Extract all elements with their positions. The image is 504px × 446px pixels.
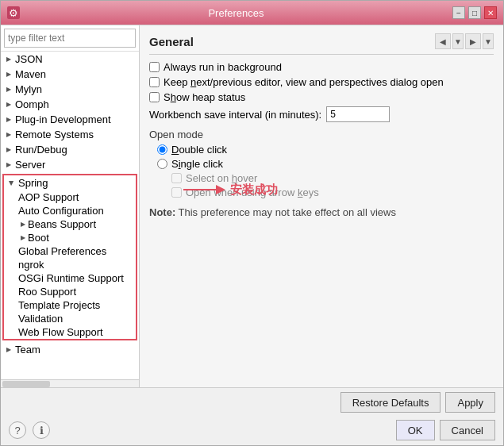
titlebar-buttons: − □ ✕ xyxy=(452,6,497,19)
always-run-row: Always run in background xyxy=(149,61,494,73)
tree-item-oomph[interactable]: ▶ Oomph xyxy=(1,97,139,112)
tree-item-server[interactable]: ▶ Server xyxy=(1,157,139,172)
spring-child-label: ngrok xyxy=(18,259,44,271)
restore-defaults-button[interactable]: Restore Defaults xyxy=(340,392,441,413)
right-header: General ◀ ▼ ▶ ▼ xyxy=(149,33,494,55)
maximize-button[interactable]: □ xyxy=(468,6,481,19)
content-area: ▶ JSON ▶ Maven ▶ Mylyn ▶ Oomph ▶ Plug- xyxy=(1,25,503,387)
spring-child-webflow[interactable]: Web Flow Support xyxy=(15,325,136,339)
bottom-area: Restore Defaults Apply ? ℹ OK Cancel xyxy=(1,387,503,445)
cancel-button[interactable]: Cancel xyxy=(440,420,495,440)
preferences-window: ⚙ Preferences − □ ✕ ▶ JSON ▶ Maven xyxy=(0,0,504,446)
tree-label: Mylyn xyxy=(15,83,42,95)
info-icon[interactable]: ℹ xyxy=(33,421,50,439)
open-mode-label: Open mode xyxy=(149,129,494,140)
spring-child-global[interactable]: Global Preferences xyxy=(15,244,136,258)
spring-child-ngrok[interactable]: ngrok xyxy=(15,258,136,271)
spring-child-label: Beans Support xyxy=(28,218,96,230)
close-button[interactable]: ✕ xyxy=(484,6,497,19)
window-title: Preferences xyxy=(20,7,452,19)
left-panel: ▶ JSON ▶ Maven ▶ Mylyn ▶ Oomph ▶ Plug- xyxy=(1,25,140,387)
tree-item-json[interactable]: ▶ JSON xyxy=(1,52,139,67)
spring-child-autoconfig[interactable]: Auto Configuration xyxy=(15,204,136,217)
tree-label: Remote Systems xyxy=(15,129,94,140)
back-button[interactable]: ◀ xyxy=(435,33,451,49)
spring-child-label: Auto Configuration xyxy=(18,205,104,217)
filter-input[interactable] xyxy=(4,29,136,48)
forward-button[interactable]: ▶ xyxy=(465,33,481,49)
spring-child-label: Boot xyxy=(28,232,49,244)
tree-area: ▶ JSON ▶ Maven ▶ Mylyn ▶ Oomph ▶ Plug- xyxy=(1,52,139,379)
nav-buttons: ◀ ▼ ▶ ▼ xyxy=(435,33,494,49)
footer-row: ? ℹ OK Cancel xyxy=(1,417,503,445)
spring-arrow-icon: ▶ xyxy=(7,179,17,188)
double-click-label: Double click xyxy=(171,144,227,156)
show-heap-label: Show heap status xyxy=(164,91,245,103)
filter-box xyxy=(1,25,139,52)
spring-header[interactable]: ▶ Spring xyxy=(4,175,136,190)
always-run-label: Always run in background xyxy=(164,61,282,73)
back-dropdown[interactable]: ▼ xyxy=(452,33,464,49)
tree-item-remote[interactable]: ▶ Remote Systems xyxy=(1,127,139,142)
ok-button[interactable]: OK xyxy=(396,420,435,440)
footer-icons: ? ℹ xyxy=(9,421,50,439)
note-text: This preference may not take effect on a… xyxy=(179,206,396,218)
right-panel-title: General xyxy=(149,35,194,48)
arrow-icon: ▶ xyxy=(4,115,13,125)
tree-item-rundebug[interactable]: ▶ Run/Debug xyxy=(1,142,139,157)
apply-button[interactable]: Apply xyxy=(445,392,495,413)
annotation-area: 安装成功 xyxy=(179,180,278,199)
arrow-icon: ▶ xyxy=(4,145,13,155)
always-run-checkbox[interactable] xyxy=(149,62,160,72)
spring-child-validation[interactable]: Validation xyxy=(15,312,136,325)
workbench-row: Workbench save interval (in minutes): xyxy=(149,106,494,122)
spring-child-label: Global Preferences xyxy=(18,245,106,257)
arrow-icon: ▶ xyxy=(4,345,13,355)
show-heap-row: Show heap status xyxy=(149,91,494,103)
single-click-radio[interactable] xyxy=(157,159,167,169)
spring-child-beans[interactable]: ▶ Beans Support xyxy=(15,217,136,231)
scroll-thumb xyxy=(2,381,50,387)
annotation-text: 安装成功 xyxy=(230,183,278,198)
tree-item-team[interactable]: ▶ Team xyxy=(1,342,139,357)
spring-child-label: Template Projects xyxy=(18,299,100,311)
spring-child-roo[interactable]: Roo Support xyxy=(15,285,136,298)
arrow-icon: ▶ xyxy=(4,55,13,64)
forward-dropdown[interactable]: ▼ xyxy=(483,33,494,49)
workbench-input[interactable] xyxy=(326,106,390,122)
ok-cancel-buttons: OK Cancel xyxy=(396,420,495,440)
show-heap-checkbox[interactable] xyxy=(149,92,160,102)
arrow-icon: ▶ xyxy=(18,233,28,243)
right-panel: General ◀ ▼ ▶ ▼ Always run in background… xyxy=(140,25,503,387)
spring-child-label: AOP Support xyxy=(18,191,79,203)
tree-item-maven[interactable]: ▶ Maven xyxy=(1,67,139,82)
spring-child-osgi[interactable]: OSGi Runtime Support xyxy=(15,271,136,285)
arrow-icon: ▶ xyxy=(4,70,13,79)
titlebar: ⚙ Preferences − □ ✕ xyxy=(1,1,503,25)
note-bold: Note: xyxy=(149,206,175,218)
tree-label: Maven xyxy=(15,68,46,80)
tree-label: Run/Debug xyxy=(15,144,67,156)
arrow-icon: ▶ xyxy=(4,85,13,94)
double-click-radio[interactable] xyxy=(157,144,167,155)
spring-child-label: Roo Support xyxy=(18,286,76,298)
keep-next-checkbox[interactable] xyxy=(149,77,160,87)
arrow-icon: ▶ xyxy=(4,130,13,140)
tree-item-plugin[interactable]: ▶ Plug-in Development xyxy=(1,112,139,127)
single-click-label: Single click xyxy=(171,158,223,170)
spring-child-aop[interactable]: AOP Support xyxy=(15,190,136,204)
horizontal-scrollbar[interactable] xyxy=(1,379,139,387)
spring-child-label: Validation xyxy=(18,313,63,325)
tree-label: Plug-in Development xyxy=(15,113,111,125)
spring-child-boot[interactable]: ▶ Boot xyxy=(15,231,136,244)
arrow-icon: ▶ xyxy=(4,160,13,170)
spring-child-template[interactable]: Template Projects xyxy=(15,298,136,312)
arrow-icon: ▶ xyxy=(4,100,13,110)
minimize-button[interactable]: − xyxy=(452,6,465,19)
tree-label: Server xyxy=(15,159,45,171)
spring-child-label: OSGi Runtime Support xyxy=(18,272,124,284)
help-icon[interactable]: ? xyxy=(9,421,26,439)
tree-item-mylyn[interactable]: ▶ Mylyn xyxy=(1,82,139,97)
arrow-icon: ▶ xyxy=(18,220,28,229)
double-click-row: Double click xyxy=(157,144,494,156)
